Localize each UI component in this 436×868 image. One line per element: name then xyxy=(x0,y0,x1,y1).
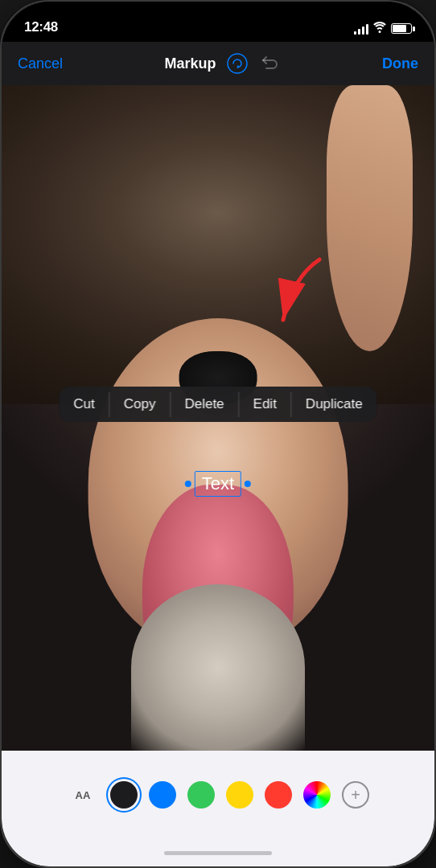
dog-photo: Cut Copy Delete Edit Duplicate xyxy=(2,85,434,751)
notch xyxy=(154,2,282,26)
color-black-swatch[interactable] xyxy=(110,781,138,809)
color-rainbow-swatch[interactable] xyxy=(303,781,331,809)
svg-point-0 xyxy=(228,54,247,73)
nav-bar: Cancel Markup Done xyxy=(2,42,434,85)
signal-bars-icon xyxy=(354,23,368,35)
text-handle-right xyxy=(245,481,251,487)
text-annotation-box[interactable]: Text xyxy=(195,471,241,497)
text-handle-left xyxy=(185,481,191,487)
add-tool-button[interactable]: + xyxy=(342,781,369,809)
color-green-swatch[interactable] xyxy=(187,781,215,809)
context-menu: Cut Copy Delete Edit Duplicate xyxy=(59,387,376,422)
color-yellow-swatch[interactable] xyxy=(226,781,253,809)
signal-bar-3 xyxy=(362,27,364,35)
context-menu-edit[interactable]: Edit xyxy=(239,387,291,422)
context-menu-delete[interactable]: Delete xyxy=(170,387,238,422)
context-menu-cut[interactable]: Cut xyxy=(59,387,109,422)
nav-title: Markup xyxy=(165,55,216,72)
home-indicator xyxy=(2,839,434,866)
status-icons xyxy=(354,22,412,35)
done-button[interactable]: Done xyxy=(382,55,418,72)
battery-icon xyxy=(391,23,412,34)
text-annotation[interactable]: Text xyxy=(185,471,251,497)
signal-bar-2 xyxy=(358,29,360,35)
phone-inner: 12:48 Cancel xyxy=(2,2,434,866)
signal-bar-1 xyxy=(354,31,356,35)
wifi-icon xyxy=(373,22,386,35)
text-size-button[interactable]: AA xyxy=(67,782,99,808)
bottom-toolbar: AA + xyxy=(2,751,434,839)
cancel-button[interactable]: Cancel xyxy=(18,55,63,72)
context-menu-duplicate[interactable]: Duplicate xyxy=(291,387,377,422)
dog-hand xyxy=(327,85,413,351)
image-area[interactable]: Cut Copy Delete Edit Duplicate xyxy=(2,85,434,751)
color-blue-swatch[interactable] xyxy=(149,781,176,809)
battery-fill xyxy=(393,25,406,32)
dog-chest xyxy=(131,584,304,751)
context-menu-copy[interactable]: Copy xyxy=(109,387,171,422)
home-bar xyxy=(164,851,272,855)
phone-frame: 12:48 Cancel xyxy=(0,0,436,868)
nav-center: Markup xyxy=(165,51,281,76)
undo-icon[interactable] xyxy=(258,52,281,75)
signal-bar-4 xyxy=(366,24,368,35)
status-time: 12:48 xyxy=(24,19,58,35)
color-red-swatch[interactable] xyxy=(265,781,292,809)
markup-swirl-icon[interactable] xyxy=(224,51,250,76)
